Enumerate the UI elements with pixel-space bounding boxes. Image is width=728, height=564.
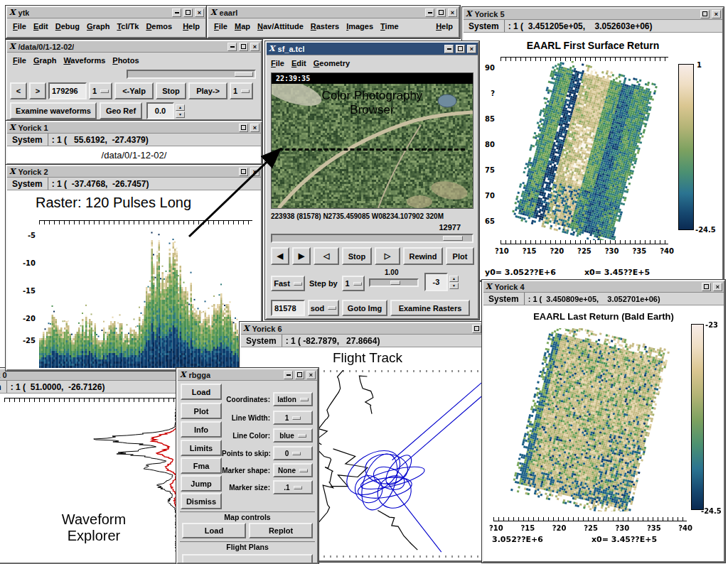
menu-map[interactable]: Map bbox=[235, 22, 250, 31]
menu-file[interactable]: File bbox=[271, 59, 284, 67]
maximize-button[interactable] bbox=[295, 371, 304, 379]
titlebar-yorick6[interactable]: X Yorick 6 × bbox=[241, 323, 494, 335]
step-back-button[interactable]: ◀ bbox=[271, 247, 289, 265]
geo-ref-spinner[interactable]: 0.0 ▲▼ bbox=[146, 102, 185, 119]
step-by-dropdown[interactable]: 1 bbox=[342, 276, 365, 291]
load-button[interactable]: Load bbox=[181, 384, 222, 400]
titlebar-yorick5[interactable]: X Yorick 5 × bbox=[464, 9, 722, 20]
offset-spinner[interactable]: -3 ▲▼ bbox=[424, 273, 459, 291]
close-button[interactable]: × bbox=[250, 168, 259, 176]
map-replot-button[interactable]: Replot bbox=[249, 523, 313, 538]
play-backward-button[interactable]: <-Yalp bbox=[114, 82, 154, 99]
menu-waveforms[interactable]: Waveforms bbox=[63, 56, 105, 65]
jump-button[interactable]: Jump bbox=[181, 475, 222, 492]
offset-value[interactable]: -3 bbox=[424, 273, 448, 291]
menu-file[interactable]: File bbox=[214, 22, 228, 31]
waveform-raster-canvas[interactable] bbox=[39, 227, 252, 368]
maximize-button[interactable] bbox=[472, 325, 481, 333]
menu-photos[interactable]: Photos bbox=[112, 56, 139, 65]
plot-button[interactable]: Plot bbox=[446, 247, 474, 265]
stop-button[interactable]: Stop bbox=[342, 247, 372, 265]
titlebar-eaarl[interactable]: X eaarl × bbox=[208, 7, 459, 18]
units-dropdown[interactable]: sod bbox=[308, 300, 339, 316]
menu-graph[interactable]: Graph bbox=[33, 56, 56, 65]
photo-slider[interactable] bbox=[271, 234, 473, 243]
dismiss-button[interactable]: Dismiss bbox=[181, 493, 222, 509]
menu-geometry[interactable]: Geometry bbox=[314, 59, 350, 67]
stop-button[interactable]: Stop bbox=[156, 82, 186, 99]
first-surface-heatmap-canvas[interactable] bbox=[500, 61, 668, 240]
menu-time[interactable]: Time bbox=[380, 22, 399, 31]
menu-help[interactable]: Help bbox=[436, 22, 453, 31]
raster-slider-thumb[interactable] bbox=[235, 72, 253, 77]
bald-earth-heatmap-canvas[interactable] bbox=[493, 328, 687, 511]
close-button[interactable]: × bbox=[306, 371, 316, 379]
menu-debug[interactable]: Debug bbox=[55, 22, 80, 31]
maximize-button[interactable] bbox=[702, 283, 711, 291]
close-button[interactable]: × bbox=[467, 45, 476, 53]
play-button[interactable]: ▷ bbox=[375, 247, 400, 265]
points-to-skip-dropdown[interactable]: 0 bbox=[273, 446, 313, 460]
maximize-button[interactable] bbox=[456, 45, 465, 53]
minimize-button[interactable] bbox=[172, 9, 181, 17]
titlebar-yorick4[interactable]: X Yorick 4 × bbox=[483, 281, 724, 293]
examine-rasters-button[interactable]: Examine Rasters bbox=[390, 300, 470, 316]
step-right-dropdown[interactable]: 1 bbox=[230, 82, 253, 99]
rewind-button[interactable]: Rewind bbox=[403, 247, 443, 265]
titlebar-ytk[interactable]: X ytk × bbox=[7, 7, 205, 18]
spin-up-icon[interactable]: ▲ bbox=[176, 104, 185, 111]
limits-button[interactable]: Limits bbox=[181, 440, 222, 456]
rate-slider-thumb[interactable] bbox=[390, 281, 400, 285]
photo-slider-thumb[interactable] bbox=[443, 236, 463, 241]
menu-file[interactable]: File bbox=[13, 56, 26, 65]
titlebar-sfa[interactable]: X sf_a.tcl × bbox=[267, 43, 478, 55]
step-forward-button[interactable]: ▶ bbox=[292, 247, 311, 265]
titlebar-rbgga[interactable]: X rbgga × bbox=[178, 369, 317, 381]
play-reverse-button[interactable]: ◁ bbox=[314, 247, 339, 265]
menu-images[interactable]: Images bbox=[346, 22, 373, 31]
goto-img-button[interactable]: Goto Img bbox=[342, 300, 387, 316]
minimize-button[interactable] bbox=[228, 43, 237, 51]
menu-rasters[interactable]: Rasters bbox=[311, 22, 339, 31]
rate-slider[interactable] bbox=[369, 278, 419, 287]
plot-button[interactable]: Plot bbox=[181, 403, 222, 419]
raster-number-field[interactable]: 179296 bbox=[48, 82, 87, 99]
geo-ref-value[interactable]: 0.0 bbox=[146, 102, 174, 119]
raster-slider[interactable] bbox=[127, 70, 256, 79]
maximize-button[interactable] bbox=[183, 9, 193, 17]
speed-dropdown[interactable]: Fast bbox=[271, 276, 305, 291]
close-button[interactable]: × bbox=[250, 43, 259, 51]
maximize-button[interactable] bbox=[239, 43, 248, 51]
maximize-button[interactable] bbox=[700, 10, 710, 18]
titlebar-yorick2[interactable]: X Yorick 2 × bbox=[7, 166, 261, 178]
frame-number-field[interactable]: 81578 bbox=[271, 300, 305, 316]
next-raster-button[interactable]: > bbox=[29, 82, 46, 99]
titlebar-yorick1[interactable]: X Yorick 1 × bbox=[7, 122, 261, 134]
fma-button[interactable]: Fma bbox=[181, 457, 222, 474]
examine-waveforms-button[interactable]: Examine waveforms bbox=[10, 102, 97, 119]
menu-edit[interactable]: Edit bbox=[33, 22, 48, 31]
minimize-button[interactable] bbox=[444, 45, 454, 53]
marker-size-dropdown[interactable]: .1 bbox=[273, 480, 313, 494]
close-button[interactable]: × bbox=[712, 10, 721, 18]
menu-tcltk[interactable]: Tcl/Tk bbox=[117, 22, 139, 31]
play-forward-button[interactable]: Play-> bbox=[188, 82, 228, 99]
prev-raster-button[interactable]: < bbox=[10, 82, 27, 99]
close-button[interactable]: × bbox=[195, 9, 204, 17]
info-button[interactable]: Info bbox=[181, 421, 222, 438]
line-color-dropdown[interactable]: blue bbox=[273, 428, 313, 443]
menu-nav-attitude[interactable]: Nav/Attitude bbox=[257, 22, 304, 31]
maximize-button[interactable] bbox=[239, 168, 248, 176]
flight-plans-partial-button[interactable] bbox=[182, 554, 313, 563]
geo-ref-button[interactable]: Geo Ref bbox=[100, 102, 142, 119]
close-button[interactable]: × bbox=[448, 9, 457, 17]
menu-help[interactable]: Help bbox=[183, 22, 200, 31]
titlebar-data[interactable]: X /data/0/1-12-02/ × bbox=[7, 41, 261, 53]
spin-up-icon[interactable]: ▲ bbox=[449, 276, 459, 282]
maximize-button[interactable] bbox=[239, 124, 248, 132]
map-load-button[interactable]: Load bbox=[182, 523, 246, 538]
menu-graph[interactable]: Graph bbox=[87, 22, 109, 31]
marker-shape-dropdown[interactable]: None bbox=[273, 463, 313, 477]
line-width-dropdown[interactable]: 1 bbox=[273, 411, 313, 425]
menu-demos[interactable]: Demos bbox=[146, 22, 172, 31]
